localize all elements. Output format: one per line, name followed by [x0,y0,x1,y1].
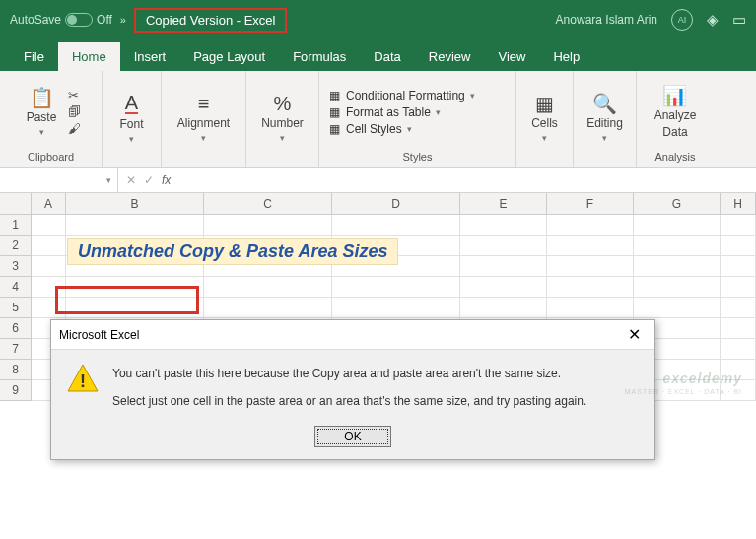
cell-G2[interactable] [634,236,721,256]
formula-bar-input[interactable] [178,168,756,192]
column-header-D[interactable]: D [332,193,460,214]
cell-styles-button[interactable]: ▦Cell Styles ▾ [327,122,475,136]
tab-review[interactable]: Review [415,42,485,71]
fx-icon[interactable]: fx [162,173,171,187]
cell-D5[interactable] [332,298,460,318]
conditional-formatting-button[interactable]: ▦Conditional Formatting ▾ [327,89,475,102]
column-header-C[interactable]: C [204,193,332,214]
cell-F1[interactable] [547,215,634,236]
cell-C4[interactable] [204,277,332,298]
diamond-icon[interactable]: ◈ [707,11,719,29]
cell-A1[interactable] [32,215,66,236]
cells-icon: ▦ [535,94,554,113]
row-header-7[interactable]: 7 [0,339,32,360]
tab-home[interactable]: Home [58,42,120,71]
analyze-data-button[interactable]: 📊AnalyzeData [649,82,703,143]
row-header-1[interactable]: 1 [0,215,32,236]
cell-E4[interactable] [460,277,547,298]
cell-D1[interactable] [332,215,460,236]
ribbon-display-icon[interactable]: ▭ [732,11,746,29]
cell-G5[interactable] [634,298,721,318]
close-icon[interactable]: ✕ [622,325,647,344]
cell-E5[interactable] [460,298,547,318]
dialog-message-2: Select just one cell in the paste area o… [112,391,586,411]
tab-data[interactable]: Data [360,42,414,71]
avatar[interactable]: AI [671,9,693,31]
warning-icon: ! [67,364,99,393]
conditional-formatting-icon: ▦ [327,89,341,102]
cell-H6[interactable] [721,318,756,339]
column-header-F[interactable]: F [547,193,634,214]
number-button[interactable]: %Number▾ [255,90,309,147]
cell-E3[interactable] [460,256,547,277]
enter-formula-icon[interactable]: ✓ [144,173,154,187]
cell-H2[interactable] [721,236,756,256]
row-header-8[interactable]: 8 [0,360,32,380]
cell-C1[interactable] [204,215,332,236]
quick-access-more-icon[interactable]: » [120,14,126,26]
cell-H3[interactable] [721,256,756,277]
ok-button[interactable]: OK [314,426,391,447]
cell-F2[interactable] [547,236,634,256]
cell-H1[interactable] [721,215,756,236]
tab-insert[interactable]: Insert [120,42,180,71]
cell-H4[interactable] [721,277,756,298]
cells-button[interactable]: ▦Cells▾ [525,90,564,147]
ribbon: 📋 Paste ▾ ✂ 🗐 🖌 Clipboard AFont▾ ≡Alignm… [0,71,756,168]
row-header-6[interactable]: 6 [0,318,32,339]
column-header-G[interactable]: G [634,193,721,214]
cell-F4[interactable] [547,277,634,298]
selected-cell-b4-highlight [55,286,199,314]
cut-icon[interactable]: ✂ [68,88,81,102]
cell-B1[interactable] [66,215,204,236]
cell-D4[interactable] [332,277,460,298]
cell-G1[interactable] [634,215,721,236]
table-icon: ▦ [327,105,341,119]
autosave-toggle[interactable]: AutoSave Off [10,13,112,27]
watermark-sub: MASTER · EXCEL · DATA · BI [625,388,742,395]
analysis-group-label: Analysis [655,149,696,165]
styles-group-label: Styles [403,149,433,165]
autosave-label: AutoSave [10,13,61,27]
cell-C5[interactable] [204,298,332,318]
row-header-2[interactable]: 2 [0,236,32,256]
row-header-4[interactable]: 4 [0,277,32,298]
copy-icon[interactable]: 🗐 [68,104,81,119]
font-button[interactable]: AFont▾ [113,89,149,148]
column-header-E[interactable]: E [460,193,547,214]
sheet-heading-cell: Unmatched Copy & Paste Area Sizes [67,238,398,265]
cell-H7[interactable] [721,339,756,360]
cell-F5[interactable] [547,298,634,318]
row-header-3[interactable]: 3 [0,256,32,277]
cell-E2[interactable] [460,236,547,256]
column-header-B[interactable]: B [66,193,204,214]
tab-file[interactable]: File [10,42,58,71]
select-all-corner[interactable] [0,193,32,214]
paste-button[interactable]: 📋 Paste ▾ [21,84,63,141]
cell-E1[interactable] [460,215,547,236]
row-header-5[interactable]: 5 [0,298,32,318]
tab-page-layout[interactable]: Page Layout [179,42,279,71]
tab-formulas[interactable]: Formulas [279,42,360,71]
format-painter-icon[interactable]: 🖌 [68,121,81,136]
cell-A3[interactable] [32,256,66,277]
tab-view[interactable]: View [484,42,539,71]
row-header-9[interactable]: 9 [0,380,32,401]
cell-H5[interactable] [721,298,756,318]
cell-G4[interactable] [634,277,721,298]
cell-F3[interactable] [547,256,634,277]
font-icon: A [125,93,138,114]
format-as-table-button[interactable]: ▦Format as Table ▾ [327,105,475,119]
dialog-title: Microsoft Excel [59,328,139,342]
cell-A2[interactable] [32,236,66,256]
svg-text:!: ! [80,371,86,391]
cancel-formula-icon[interactable]: ✕ [126,173,136,187]
tab-help[interactable]: Help [539,42,593,71]
column-header-A[interactable]: A [32,193,66,214]
alignment-button[interactable]: ≡Alignment▾ [172,90,236,147]
editing-button[interactable]: 🔍Editing▾ [581,90,629,147]
chevron-down-icon: ▾ [106,175,111,185]
cell-G3[interactable] [634,256,721,277]
name-box[interactable]: ▾ [0,168,118,192]
column-header-H[interactable]: H [721,193,756,214]
